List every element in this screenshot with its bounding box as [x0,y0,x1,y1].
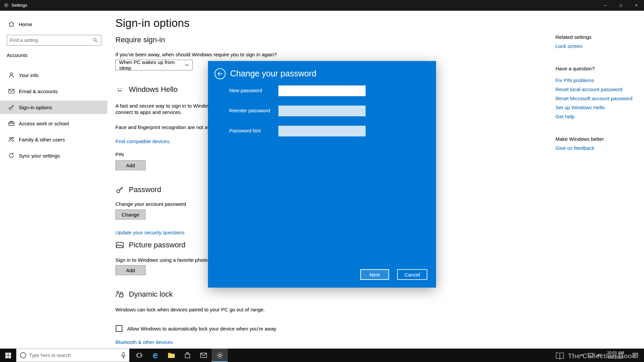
picture-password-description: Sign in to Windows using a favorite phot… [115,257,209,263]
dynamic-lock-checkbox[interactable] [116,325,122,332]
sidebar-item-label: Home [19,21,32,27]
picture-password-add-button[interactable]: Add [115,265,146,275]
password-hint-input[interactable] [278,126,366,136]
require-signin-heading: Require sign-in [115,36,165,44]
section-heading-label: Windows Hello [129,85,178,94]
hello-face-icon [115,85,124,94]
mail-taskbar-button[interactable] [196,349,212,362]
bluetooth-devices-link[interactable]: Bluetooth & other devices [115,339,173,345]
people-icon [8,136,15,143]
checkbox-label: Allow Windows to automatically lock your… [127,326,276,331]
dynamic-lock-heading: Dynamic lock [115,290,173,299]
gear-icon [216,352,223,359]
settings-taskbar-button[interactable] [212,349,228,362]
dropdown-value: When PC wakes up from sleep [119,59,185,71]
task-view-button[interactable] [131,349,147,362]
start-button[interactable] [0,349,16,362]
sidebar-item-label: Sync your settings [19,153,60,159]
section-heading-label: Password [129,185,161,194]
description-line: connect to apps and services. [115,109,215,115]
person-icon [8,72,15,78]
new-password-input[interactable] [278,85,366,96]
dynamic-lock-checkbox-row: Allow Windows to automatically lock your… [116,325,276,332]
lock-screen-link[interactable]: Lock screen [555,43,583,49]
sidebar-item-label: Sign-in options [19,105,52,110]
microphone-icon[interactable] [121,352,126,359]
windows-hello-description: A fast and secure way to sign in to Wind… [115,103,215,115]
settings-search-box[interactable] [7,35,101,46]
sidebar-item-family-other-users[interactable]: Family & other users [0,133,107,146]
get-help-link[interactable]: Get help [555,114,575,119]
fix-pin-problems-link[interactable]: Fix PIN problems [555,77,594,83]
edge-taskbar-button[interactable]: e [147,349,163,362]
password-heading: Password [115,185,161,194]
sidebar-item-access-work-school[interactable]: Access work or school [0,117,107,130]
page-title: Sign-in options [115,17,190,29]
require-signin-question: If you've been away, when should Windows… [115,51,277,58]
cancel-button[interactable]: Cancel [397,269,427,280]
store-bag-icon [184,352,191,359]
network-icon[interactable] [586,349,595,362]
close-button[interactable]: × [629,0,644,11]
task-view-icon [136,352,143,359]
cortana-icon [20,352,26,359]
settings-gear-icon [4,3,9,8]
next-button[interactable]: Next [360,269,389,280]
clock-date: 9/8/2018 [603,355,628,360]
home-icon [8,21,15,27]
taskbar-search-input[interactable] [29,353,118,358]
chevron-down-icon [185,64,189,66]
folder-icon [168,352,175,358]
windows-hello-heading: Windows Hello [115,85,178,94]
file-explorer-taskbar-button[interactable] [163,349,179,362]
set-up-windows-hello-link[interactable]: Set up Windows Hello [555,105,605,110]
find-compatible-devices-link[interactable]: Find compatible devices. [115,138,171,144]
sidebar-item-sign-in-options[interactable]: Sign-in options [0,101,107,114]
section-heading-label: Picture password [129,241,185,249]
require-signin-dropdown[interactable]: When PC wakes up from sleep [115,60,193,70]
minimize-button[interactable]: ─ [598,0,613,11]
sidebar-item-your-info[interactable]: Your info [0,68,107,82]
reset-microsoft-account-password-link[interactable]: Reset Microsoft account password [555,96,632,101]
back-button[interactable] [214,68,226,80]
related-settings-heading: Related settings [555,34,592,40]
give-us-feedback-link[interactable]: Give us feedback [555,145,594,151]
edge-icon: e [153,351,158,360]
mail-icon [200,353,207,358]
sidebar-item-home[interactable]: Home [0,17,107,31]
pin-add-button[interactable]: Add [115,160,146,170]
search-icon [92,37,98,43]
taskbar: e [0,349,644,362]
action-center-icon [632,352,638,358]
maximize-button[interactable]: □ [613,0,629,11]
tray-chevron-up-icon[interactable] [578,349,586,362]
window-title: Settings [11,0,27,11]
password-description: Change your account password [115,201,186,207]
action-center-button[interactable] [628,349,643,362]
sidebar-item-label: Access work or school [19,121,69,126]
dynamic-lock-description: Windows can lock when devices paired to … [115,306,265,313]
taskbar-search-box[interactable] [16,349,129,362]
titlebar: Settings ─ □ × [0,0,644,11]
sidebar-item-sync-settings[interactable]: Sync your settings [0,149,107,162]
settings-search-input[interactable] [10,38,92,43]
sidebar-item-label: Family & other users [19,137,65,142]
password-change-button[interactable]: Change [115,209,146,220]
store-taskbar-button[interactable] [179,349,196,362]
sidebar-item-email-accounts[interactable]: Email & accounts [0,84,107,98]
sidebar-item-label: Your info [19,72,39,78]
security-questions-link[interactable]: Update your security questions [115,230,184,235]
taskbar-clock[interactable]: 10:01 AM 9/8/2018 [603,349,628,362]
reenter-password-input[interactable] [278,106,366,116]
new-password-label: New password [229,87,262,93]
pin-label: PIN [115,151,124,158]
dynamic-lock-icon [115,290,124,299]
key-icon [115,185,124,194]
password-hint-label: Password hint [229,128,261,133]
key-icon [8,104,15,111]
sidebar-item-label: Email & accounts [19,88,58,94]
section-heading-label: Dynamic lock [129,290,173,299]
volume-icon[interactable] [595,349,604,362]
have-a-question-heading: Have a question? [555,66,595,71]
reset-local-account-password-link[interactable]: Reset local account password [555,86,622,92]
